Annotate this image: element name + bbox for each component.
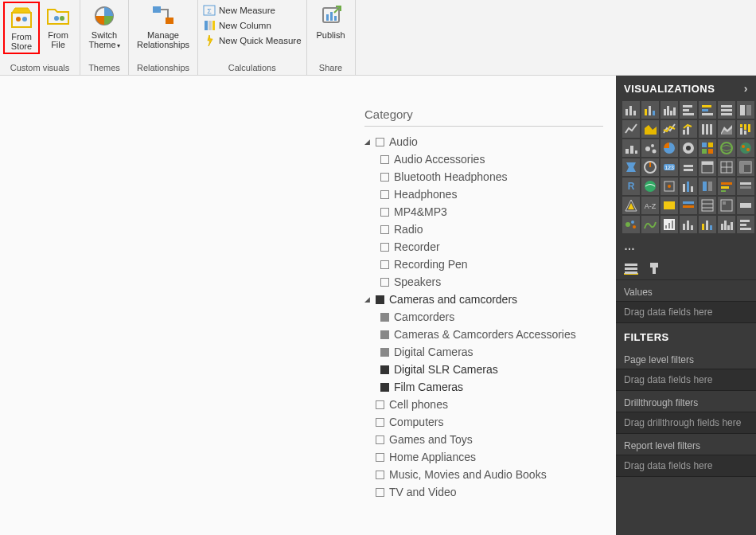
checkbox[interactable]: [376, 435, 384, 444]
viz-type-button[interactable]: [718, 158, 735, 176]
tree-item[interactable]: Digital Cameras: [380, 343, 603, 361]
tree-item[interactable]: Home Appliances: [364, 448, 603, 466]
filter-drop-well[interactable]: Drag data fields here: [616, 455, 756, 477]
viz-type-button[interactable]: [622, 139, 640, 157]
viz-type-button[interactable]: [641, 178, 659, 195]
tree-item[interactable]: Film Cameras: [380, 378, 603, 396]
viz-type-button[interactable]: [680, 101, 697, 119]
viz-type-button[interactable]: [718, 197, 735, 214]
viz-type-button[interactable]: [661, 120, 678, 138]
tree-item[interactable]: Computers: [364, 413, 603, 431]
checkbox[interactable]: [380, 330, 389, 339]
viz-type-button[interactable]: [718, 120, 735, 138]
filter-drop-well[interactable]: Drag drillthrough fields here: [616, 412, 756, 434]
viz-type-button[interactable]: [641, 216, 659, 233]
viz-type-button[interactable]: [622, 120, 640, 138]
tree-item[interactable]: Audio Accessories: [380, 150, 603, 168]
checkbox[interactable]: [380, 348, 389, 357]
slicer-visual[interactable]: Category ◢AudioAudio AccessoriesBluetoot…: [364, 107, 603, 501]
viz-type-button[interactable]: [661, 178, 678, 195]
checkbox[interactable]: [380, 365, 389, 374]
caret-icon[interactable]: ◢: [364, 291, 371, 308]
tree-item[interactable]: Games and Toys: [364, 431, 603, 448]
switch-theme-button[interactable]: SwitchTheme▾: [84, 2, 125, 53]
viz-type-button[interactable]: [737, 158, 754, 176]
viz-type-button[interactable]: R: [622, 178, 640, 195]
checkbox[interactable]: [380, 208, 389, 217]
new-column-button[interactable]: New Column: [201, 18, 303, 33]
viz-type-button[interactable]: [699, 101, 716, 119]
tree-item[interactable]: Music, Movies and Audio Books: [364, 466, 603, 483]
viz-type-button[interactable]: [661, 101, 678, 119]
new-measure-button[interactable]: Σ New Measure: [201, 3, 303, 18]
checkbox[interactable]: [380, 243, 389, 252]
tree-item[interactable]: Cameras & Camcorders Accessories: [380, 326, 603, 343]
viz-type-button[interactable]: [641, 158, 659, 176]
viz-type-button[interactable]: [737, 178, 754, 195]
viz-type-button[interactable]: [718, 101, 735, 119]
viz-type-button[interactable]: [622, 101, 640, 119]
tree-item[interactable]: Camcorders: [380, 308, 603, 326]
viz-type-button[interactable]: [699, 120, 716, 138]
publish-button[interactable]: Publish: [310, 2, 352, 41]
viz-type-button[interactable]: [718, 178, 735, 195]
viz-type-button[interactable]: [622, 158, 640, 176]
viz-type-button[interactable]: [699, 216, 716, 233]
tree-item[interactable]: Speakers: [380, 273, 603, 291]
format-tab[interactable]: [648, 262, 662, 275]
checkbox[interactable]: [380, 155, 389, 164]
viz-type-button[interactable]: [699, 139, 716, 157]
viz-type-button[interactable]: [661, 216, 678, 233]
viz-type-button[interactable]: [641, 139, 659, 157]
viz-type-button[interactable]: [737, 101, 754, 119]
tree-item[interactable]: MP4&MP3: [380, 203, 603, 221]
viz-type-button[interactable]: [699, 158, 716, 176]
viz-type-button[interactable]: [622, 197, 640, 214]
tree-item[interactable]: Radio: [380, 221, 603, 238]
checkbox[interactable]: [376, 471, 384, 479]
checkbox[interactable]: [380, 225, 389, 234]
viz-type-button[interactable]: A-Z: [641, 197, 659, 214]
viz-type-button[interactable]: 123: [661, 158, 678, 176]
checkbox[interactable]: [380, 313, 389, 322]
tree-item[interactable]: Bluetooth Headphones: [380, 168, 603, 185]
tree-item[interactable]: Headphones: [380, 185, 603, 203]
checkbox[interactable]: [380, 173, 389, 182]
viz-type-button[interactable]: [641, 120, 659, 138]
checkbox[interactable]: [380, 383, 389, 392]
checkbox[interactable]: [376, 295, 384, 304]
tree-item[interactable]: Cell phones: [364, 396, 603, 413]
viz-type-button[interactable]: [680, 197, 697, 214]
tree-item[interactable]: ◢Audio: [364, 133, 603, 150]
tree-item[interactable]: TV and Video: [364, 483, 603, 501]
tree-item[interactable]: Recorder: [380, 238, 603, 256]
viz-type-button[interactable]: [641, 101, 659, 119]
viz-type-button[interactable]: [699, 178, 716, 195]
report-canvas[interactable]: Category ◢AudioAudio AccessoriesBluetoot…: [0, 76, 616, 535]
values-well[interactable]: Drag data fields here: [616, 301, 756, 323]
tree-item[interactable]: Digital SLR Cameras: [380, 361, 603, 378]
viz-type-button[interactable]: [622, 216, 640, 233]
viz-type-button[interactable]: [718, 139, 735, 157]
viz-type-button[interactable]: [680, 139, 697, 157]
checkbox[interactable]: [376, 453, 384, 462]
checkbox[interactable]: [376, 138, 384, 146]
tree-item[interactable]: Recording Pen: [380, 256, 603, 273]
filter-drop-well[interactable]: Drag data fields here: [616, 369, 756, 391]
viz-type-button[interactable]: [680, 120, 697, 138]
viz-type-button[interactable]: [737, 197, 754, 214]
viz-type-button[interactable]: [737, 120, 754, 138]
checkbox[interactable]: [376, 418, 384, 427]
manage-relationships-button[interactable]: ManageRelationships: [132, 2, 194, 51]
checkbox[interactable]: [376, 400, 384, 409]
tree-item[interactable]: ◢Cameras and camcorders: [364, 291, 603, 308]
new-quick-measure-button[interactable]: New Quick Measure: [201, 33, 303, 48]
viz-type-button[interactable]: [680, 216, 697, 233]
from-store-button[interactable]: FromStore: [3, 2, 40, 54]
viz-type-button[interactable]: [680, 158, 697, 176]
viz-type-button[interactable]: [718, 216, 735, 233]
caret-icon[interactable]: ◢: [364, 133, 371, 150]
more-visuals-button[interactable]: …: [616, 238, 756, 257]
viz-type-button[interactable]: [699, 197, 716, 214]
viz-type-button[interactable]: [737, 216, 754, 233]
